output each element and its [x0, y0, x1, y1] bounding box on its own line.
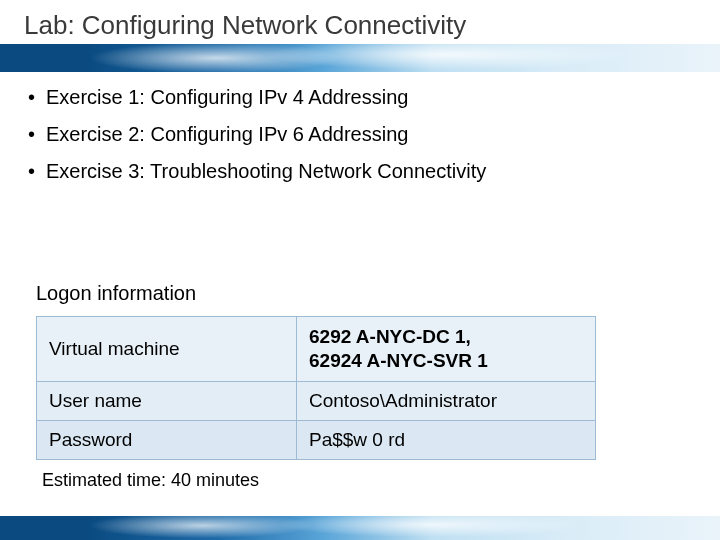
- vm-value: 6292 A-NYC-DC 1, 62924 A-NYC-SVR 1: [309, 326, 488, 371]
- header-band-decoration: [0, 44, 720, 72]
- footer-band-decoration: [0, 516, 720, 540]
- table-cell-label: User name: [37, 381, 297, 420]
- table-cell-label: Virtual machine: [37, 317, 297, 382]
- slide-title: Lab: Configuring Network Connectivity: [24, 10, 466, 41]
- table-cell-value: Pa$$w 0 rd: [297, 420, 596, 459]
- list-item: Exercise 1: Configuring IPv 4 Addressing: [28, 86, 692, 109]
- table-cell-label: Password: [37, 420, 297, 459]
- logon-info-table: Virtual machine 6292 A-NYC-DC 1, 62924 A…: [36, 316, 596, 460]
- exercise-list: Exercise 1: Configuring IPv 4 Addressing…: [28, 86, 692, 183]
- logon-heading: Logon information: [36, 282, 196, 305]
- table-row: Password Pa$$w 0 rd: [37, 420, 596, 459]
- table-row: Virtual machine 6292 A-NYC-DC 1, 62924 A…: [37, 317, 596, 382]
- list-item: Exercise 3: Troubleshooting Network Conn…: [28, 160, 692, 183]
- estimated-time: Estimated time: 40 minutes: [42, 470, 259, 491]
- table-cell-value: 6292 A-NYC-DC 1, 62924 A-NYC-SVR 1: [297, 317, 596, 382]
- list-item: Exercise 2: Configuring IPv 6 Addressing: [28, 123, 692, 146]
- table-row: User name Contoso\Administrator: [37, 381, 596, 420]
- table-cell-value: Contoso\Administrator: [297, 381, 596, 420]
- slide: Lab: Configuring Network Connectivity Ex…: [0, 0, 720, 540]
- content-area: Exercise 1: Configuring IPv 4 Addressing…: [28, 86, 692, 197]
